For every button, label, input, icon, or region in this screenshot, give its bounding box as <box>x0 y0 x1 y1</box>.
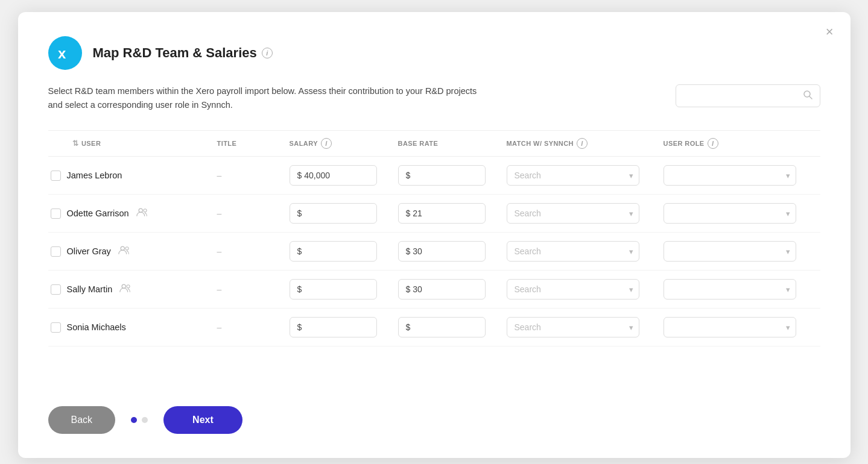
base-rate-cell-5 <box>398 317 507 337</box>
user-role-cell-4: ▾ <box>664 279 820 299</box>
user-cell-2: Odette Garrison <box>48 207 217 219</box>
user-name-1: James Lebron <box>67 171 122 180</box>
close-button[interactable]: × <box>826 25 834 39</box>
title-cell-5: – <box>217 322 290 332</box>
salary-cell-5 <box>290 317 398 337</box>
desc-search-row: Select R&D team members within the Xero … <box>48 84 820 112</box>
salary-input-3[interactable] <box>290 241 377 262</box>
salary-cell-1 <box>290 165 398 186</box>
salary-input-2[interactable] <box>290 203 377 224</box>
page-description: Select R&D team members within the Xero … <box>48 84 483 112</box>
checkbox-3[interactable] <box>51 246 61 257</box>
match-search-dropdown-2[interactable]: Search <box>507 203 639 224</box>
user-cell-4: Sally Martin <box>48 283 217 295</box>
user-role-cell-2: ▾ <box>664 203 820 224</box>
base-rate-input-5[interactable] <box>398 317 486 337</box>
user-group-icon-4 <box>119 283 131 295</box>
match-dropdown-wrapper-1: Search▾ <box>507 165 639 186</box>
base-rate-input-2[interactable] <box>398 203 486 224</box>
base-rate-cell-2 <box>398 203 507 224</box>
user-cell-3: Oliver Gray <box>48 245 217 257</box>
user-group-icon-2 <box>136 207 148 219</box>
table-row: Sally Martin–Search▾▾ <box>48 271 820 309</box>
base-rate-cell-4 <box>398 279 507 299</box>
table-row: Odette Garrison–Search▾▾ <box>48 195 820 233</box>
title-text: Map R&D Team & Salaries <box>93 45 257 61</box>
header-row: x Map R&D Team & Salaries i <box>48 36 820 70</box>
table-container: ⇅ USER TITLE SALARY i BASE RATE MATCH W/… <box>48 130 820 378</box>
match-cell-4: Search▾ <box>507 279 664 299</box>
dot-1 <box>131 417 137 423</box>
match-search-dropdown-1[interactable]: Search <box>507 165 639 186</box>
checkbox-4[interactable] <box>51 284 61 295</box>
svg-line-2 <box>809 96 812 99</box>
match-dropdown-wrapper-5: Search▾ <box>507 317 639 337</box>
user-group-icon-3 <box>118 245 130 257</box>
match-dropdown-wrapper-3: Search▾ <box>507 241 639 262</box>
checkbox-5[interactable] <box>51 322 61 333</box>
user-name-4: Sally Martin <box>67 284 113 294</box>
user-role-dropdown-4[interactable] <box>664 279 796 299</box>
checkbox-1[interactable] <box>51 171 61 181</box>
global-search-box[interactable] <box>676 84 820 107</box>
match-cell-1: Search▾ <box>507 165 664 186</box>
user-name-3: Oliver Gray <box>67 246 111 256</box>
role-dropdown-wrapper-2: ▾ <box>664 203 796 224</box>
title-cell-3: – <box>217 246 290 256</box>
match-dropdown-wrapper-2: Search▾ <box>507 203 639 224</box>
table-row: Sonia Michaels–Search▾▾ <box>48 309 820 346</box>
title-info-icon[interactable]: i <box>262 48 273 58</box>
xero-logo: x <box>48 36 82 70</box>
th-base-rate: BASE RATE <box>398 138 507 149</box>
user-name-5: Sonia Michaels <box>67 322 126 332</box>
user-role-cell-3: ▾ <box>664 241 820 262</box>
title-cell-4: – <box>217 284 290 294</box>
svg-point-4 <box>144 209 147 212</box>
next-button[interactable]: Next <box>163 406 242 434</box>
th-user: ⇅ USER <box>48 138 217 149</box>
salary-cell-4 <box>290 279 398 299</box>
th-salary: SALARY i <box>290 138 398 149</box>
user-role-info-icon[interactable]: i <box>708 138 718 149</box>
base-rate-input-1[interactable] <box>398 165 486 186</box>
page-title: Map R&D Team & Salaries i <box>93 45 273 61</box>
back-button[interactable]: Back <box>48 406 116 434</box>
th-user-role: USER ROLE i <box>664 138 820 149</box>
salary-cell-2 <box>290 203 398 224</box>
checkbox-2[interactable] <box>51 208 61 219</box>
base-rate-input-3[interactable] <box>398 241 486 262</box>
table-row: Oliver Gray–Search▾▾ <box>48 233 820 271</box>
salary-input-5[interactable] <box>290 317 377 337</box>
svg-point-8 <box>127 285 130 288</box>
user-cell-5: Sonia Michaels <box>48 322 217 333</box>
footer: Back Next <box>48 395 820 434</box>
modal-container: × x Map R&D Team & Salaries i Select R&D… <box>18 12 851 458</box>
table-body: James Lebron–Search▾▾Odette Garrison–Sea… <box>48 157 820 346</box>
base-rate-input-4[interactable] <box>398 279 486 299</box>
salary-info-icon[interactable]: i <box>321 138 332 149</box>
svg-text:x: x <box>58 45 66 61</box>
svg-point-6 <box>125 247 128 250</box>
table-row: James Lebron–Search▾▾ <box>48 157 820 195</box>
user-role-dropdown-5[interactable] <box>664 317 796 337</box>
sort-icon-user[interactable]: ⇅ <box>72 139 78 148</box>
th-title: TITLE <box>217 138 290 149</box>
salary-input-1[interactable] <box>290 165 377 186</box>
title-cell-2: – <box>217 208 290 218</box>
dot-2 <box>142 417 148 423</box>
match-search-dropdown-5[interactable]: Search <box>507 317 639 337</box>
xero-logo-svg: x <box>55 43 75 63</box>
pagination-dots <box>131 417 148 423</box>
user-role-dropdown-3[interactable] <box>664 241 796 262</box>
user-name-2: Odette Garrison <box>67 208 129 218</box>
th-match-synnch: MATCH W/ SYNNCH i <box>507 138 664 149</box>
match-search-dropdown-3[interactable]: Search <box>507 241 639 262</box>
match-search-dropdown-4[interactable]: Search <box>507 279 639 299</box>
user-cell-1: James Lebron <box>48 171 217 181</box>
global-search-input[interactable] <box>683 91 798 101</box>
match-info-icon[interactable]: i <box>577 138 588 149</box>
user-role-dropdown-1[interactable] <box>664 165 796 186</box>
salary-input-4[interactable] <box>290 279 377 299</box>
role-dropdown-wrapper-5: ▾ <box>664 317 796 337</box>
user-role-dropdown-2[interactable] <box>664 203 796 224</box>
